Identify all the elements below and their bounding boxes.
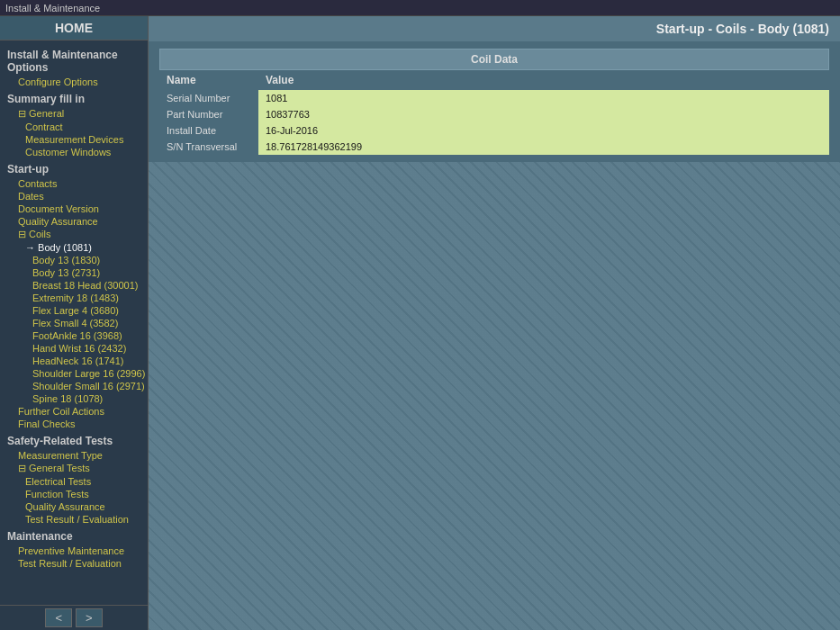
nav-preventive-maintenance[interactable]: Preventive Maintenance [0, 544, 148, 557]
nav-extremity18[interactable]: Extremity 18 (1483) [0, 292, 148, 304]
nav-function-tests[interactable]: Function Tests [0, 488, 148, 500]
cell-name: Serial Number [159, 90, 258, 106]
content-background [149, 162, 840, 630]
nav-dates[interactable]: Dates [0, 190, 148, 202]
nav-measurement-devices[interactable]: Measurement Devices [0, 133, 148, 146]
col-value-header: Value [258, 70, 829, 90]
nav-test-result-maintenance[interactable]: Test Result / Evaluation [0, 557, 148, 570]
nav-quality-assurance-startup[interactable]: Quality Assurance [0, 215, 148, 228]
cell-value: 18.761728149362199 [258, 139, 829, 155]
nav-final-checks[interactable]: Final Checks [0, 418, 148, 430]
table-row: Part Number10837763 [159, 106, 829, 122]
coil-data-section: Coil Data Name Value Serial Number1081Pa… [159, 49, 829, 155]
col-name-header: Name [159, 70, 258, 90]
nav-headneck16[interactable]: HeadNeck 16 (1741) [0, 355, 148, 367]
nav-body13-2731[interactable]: Body 13 (2731) [0, 266, 148, 279]
nav-prev-button[interactable]: < [45, 608, 72, 627]
section-install-maintenance: Install & Maintenance Options [0, 44, 148, 76]
title-bar-text: Install & Maintenance [5, 3, 100, 14]
nav-flex-large4[interactable]: Flex Large 4 (3680) [0, 304, 148, 317]
sidebar-nav-buttons: < > [0, 605, 148, 630]
nav-shoulder-small16[interactable]: Shoulder Small 16 (2971) [0, 380, 148, 392]
main-content: Start-up - Coils - Body (1081) Coil Data… [149, 16, 840, 630]
cell-value: 10837763 [258, 106, 829, 122]
table-row: Install Date16-Jul-2016 [159, 122, 829, 139]
nav-measurement-type[interactable]: Measurement Type [0, 449, 148, 462]
nav-footankle16[interactable]: FootAnkle 16 (3968) [0, 329, 148, 342]
cell-value: 16-Jul-2016 [258, 122, 829, 139]
cell-name: S/N Transversal [159, 139, 258, 155]
nav-electrical-tests[interactable]: Electrical Tests [0, 475, 148, 488]
cell-name: Part Number [159, 106, 258, 122]
content-header: Start-up - Coils - Body (1081) [149, 16, 840, 41]
nav-general-tests[interactable]: ⊟ General Tests [0, 462, 148, 475]
nav-next-button[interactable]: > [76, 608, 103, 627]
section-startup: Start-up [0, 158, 148, 177]
nav-quality-assurance-safety[interactable]: Quality Assurance [0, 500, 148, 513]
nav-flex-small4[interactable]: Flex Small 4 (3582) [0, 317, 148, 329]
page-title: Start-up - Coils - Body (1081) [656, 22, 829, 36]
cell-name: Install Date [159, 122, 258, 139]
nav-breast18-head[interactable]: Breast 18 Head (30001) [0, 279, 148, 292]
table-row: S/N Transversal18.761728149362199 [159, 139, 829, 155]
nav-body13-1830[interactable]: Body 13 (1830) [0, 254, 148, 266]
nav-body-1081[interactable]: → Body (1081) [0, 241, 148, 254]
home-button[interactable]: HOME [0, 16, 148, 40]
coil-data-table: Name Value Serial Number1081Part Number1… [159, 70, 829, 155]
sidebar-scroll: Install & Maintenance Options Configure … [0, 40, 148, 605]
nav-configure-options[interactable]: Configure Options [0, 76, 148, 88]
nav-general[interactable]: ⊟ General [0, 107, 148, 121]
nav-contract[interactable]: Contract [0, 121, 148, 133]
nav-document-version[interactable]: Document Version [0, 202, 148, 215]
cell-value: 1081 [258, 90, 829, 106]
nav-customer-windows[interactable]: Customer Windows [0, 146, 148, 158]
coil-data-header: Coil Data [159, 49, 829, 70]
section-safety: Safety-Related Tests [0, 430, 148, 449]
nav-spine18[interactable]: Spine 18 (1078) [0, 392, 148, 405]
sidebar: HOME Install & Maintenance Options Confi… [0, 16, 149, 630]
section-summary: Summary fill in [0, 88, 148, 107]
nav-handwrist16[interactable]: Hand Wrist 16 (2432) [0, 342, 148, 355]
section-maintenance: Maintenance [0, 526, 148, 544]
nav-further-coil-actions[interactable]: Further Coil Actions [0, 405, 148, 418]
table-row: Serial Number1081 [159, 90, 829, 106]
nav-contacts[interactable]: Contacts [0, 177, 148, 190]
nav-test-result-safety[interactable]: Test Result / Evaluation [0, 513, 148, 526]
nav-coils[interactable]: ⊟ Coils [0, 228, 148, 241]
nav-shoulder-large16[interactable]: Shoulder Large 16 (2996) [0, 367, 148, 380]
